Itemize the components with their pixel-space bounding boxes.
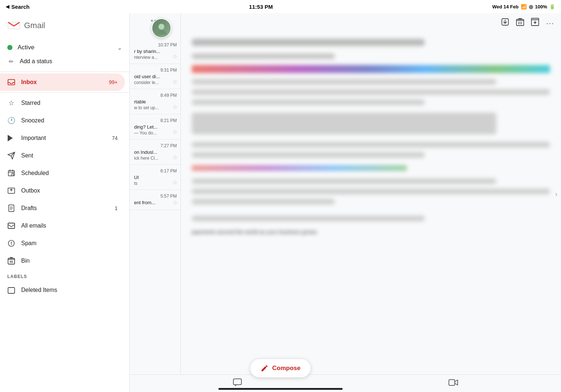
chat-button[interactable] — [233, 378, 242, 389]
email-list-item[interactable]: 10:37 PM r by sharin... nterview a... ☆ — [130, 39, 180, 64]
sidebar-item-inbox[interactable]: Inbox 99+ — [0, 73, 125, 91]
deleted-icon — [7, 286, 15, 294]
star-button[interactable]: ☆ — [172, 53, 178, 60]
delete-button[interactable] — [516, 18, 524, 28]
drafts-icon — [7, 204, 15, 212]
home-bar — [218, 388, 343, 390]
star-button[interactable]: ☆ — [172, 179, 178, 186]
download-button[interactable] — [501, 18, 510, 28]
sidebar-item-starred[interactable]: ☆ Starred — [0, 94, 125, 112]
email-snippet-1: UI — [134, 175, 177, 180]
chevron-down-icon[interactable]: ⌄ — [117, 44, 122, 51]
star-button[interactable]: ☆ — [172, 103, 178, 110]
email-list-item[interactable]: 9:31 PM oid user di... consider le... ☆ — [130, 64, 180, 89]
star-icon: ☆ — [7, 99, 15, 107]
drafts-badge: 1 — [115, 205, 118, 211]
chevron-right-icon: › — [555, 190, 557, 198]
email-list-item[interactable]: 5:57 PM ent from... ☆ — [130, 190, 180, 210]
email-list-item[interactable]: 6:17 PM UI ts ☆ — [130, 165, 180, 190]
all-emails-label: All emails — [21, 222, 46, 229]
star-button[interactable]: ☆ — [172, 78, 178, 85]
sidebar-item-sent[interactable]: Sent — [0, 147, 125, 164]
active-indicator — [7, 45, 12, 50]
sidebar-item-scheduled[interactable]: Scheduled — [0, 164, 125, 182]
email-toolbar: ··· — [494, 13, 561, 33]
bottom-nav-bar — [130, 374, 561, 392]
outbox-icon — [7, 187, 15, 195]
back-arrow-icon[interactable]: ◂ — [6, 3, 9, 11]
bin-label: Bin — [21, 258, 30, 264]
important-badge: 74 — [112, 135, 118, 141]
email-footer-text: payments around the world as your busine… — [192, 229, 550, 235]
email-snippet-2: consider le... — [134, 80, 177, 85]
email-time: 8:49 PM — [134, 93, 177, 98]
inbox-icon — [7, 78, 15, 86]
meet-button[interactable] — [449, 378, 458, 389]
gmail-title: Gmail — [24, 21, 45, 30]
avatar-image — [152, 19, 171, 37]
back-label[interactable]: Search — [11, 4, 30, 10]
sidebar-item-outbox[interactable]: Outbox — [0, 182, 125, 199]
email-snippet-1: rtable — [134, 99, 177, 104]
avatar[interactable] — [152, 18, 171, 38]
star-button[interactable]: ☆ — [172, 199, 178, 206]
status-row[interactable]: Active ⌄ — [7, 41, 122, 54]
sidebar-item-important[interactable]: Important 74 — [0, 129, 125, 147]
status-bar: ◂ Search 11:53 PM Wed 14 Feb 📶 ◎ 100% 🔋 — [0, 0, 561, 13]
svg-marker-3 — [8, 135, 13, 141]
email-time: 10:37 PM — [134, 42, 177, 47]
email-list-item[interactable]: 7:27 PM on Indusl... ick here Cl... ☆ — [130, 140, 180, 165]
email-time: 7:27 PM — [134, 143, 177, 148]
spam-label: Spam — [21, 240, 37, 247]
svg-point-15 — [156, 30, 167, 35]
email-content-panel: ··· payments around the world as your bu… — [181, 13, 561, 374]
compose-button[interactable]: Compose — [250, 359, 310, 377]
important-label: Important — [21, 135, 46, 141]
archive-button[interactable] — [531, 18, 539, 28]
scheduled-label: Scheduled — [21, 170, 49, 176]
email-time: 8:21 PM — [134, 118, 177, 123]
svg-rect-21 — [449, 380, 455, 385]
gmail-header: Gmail — [0, 13, 129, 38]
important-icon — [7, 134, 15, 142]
svg-rect-20 — [233, 379, 241, 385]
email-snippet-2: ts — [134, 181, 177, 186]
divider-top — [0, 72, 129, 72]
email-list-item[interactable]: 8:49 PM rtable w to set up... ☆ — [130, 89, 180, 114]
divider-inbox-below — [0, 92, 129, 93]
star-button[interactable]: ☆ — [172, 129, 178, 136]
sidebar-item-drafts[interactable]: Drafts 1 — [0, 199, 125, 217]
email-time: 6:17 PM — [134, 168, 177, 174]
email-list-panel: 10:37 PM r by sharin... nterview a... ☆ … — [130, 13, 181, 374]
email-snippet-2: — You do... — [134, 130, 177, 136]
battery-label: 100% — [535, 4, 547, 9]
compose-label: Compose — [272, 365, 300, 372]
star-button[interactable]: ☆ — [172, 154, 178, 161]
sidebar: Gmail Active ⌄ ✏ Add a status — [0, 13, 130, 392]
email-snippet-2: ick here Cl... — [134, 156, 177, 161]
nav-items-container: Inbox 99+ ☆ Starred 🕐 Snoozed — [0, 73, 129, 270]
spam-icon — [7, 239, 15, 247]
email-list-item[interactable]: 8:21 PM ding? Let... — You do... ☆ — [130, 114, 180, 140]
wifi-icon: 📶 — [521, 4, 527, 9]
labels-header: LABELS — [0, 270, 129, 281]
edit-icon: ✏ — [7, 58, 15, 65]
status-bar-left: ◂ Search — [6, 3, 30, 11]
add-status-row[interactable]: ✏ Add a status — [7, 54, 122, 69]
svg-rect-9 — [8, 223, 15, 229]
starred-label: Starred — [21, 100, 40, 106]
sidebar-item-all[interactable]: All emails — [0, 217, 125, 235]
sidebar-item-spam[interactable]: Spam — [0, 235, 125, 252]
battery-icon: 🔋 — [549, 4, 555, 9]
more-button[interactable]: ··· — [546, 19, 554, 27]
status-label: Active — [18, 44, 34, 51]
sidebar-item-deleted[interactable]: Deleted Items — [0, 281, 125, 299]
inbox-badge: 99+ — [109, 79, 118, 85]
svg-point-11 — [11, 244, 12, 245]
email-time: 9:31 PM — [134, 68, 177, 73]
sidebar-item-snoozed[interactable]: 🕐 Snoozed — [0, 112, 125, 129]
svg-rect-13 — [8, 288, 15, 293]
email-snippet-1: oid user di... — [134, 74, 177, 79]
email-snippet-1: ding? Let... — [134, 124, 177, 130]
sidebar-item-bin[interactable]: Bin — [0, 252, 125, 270]
